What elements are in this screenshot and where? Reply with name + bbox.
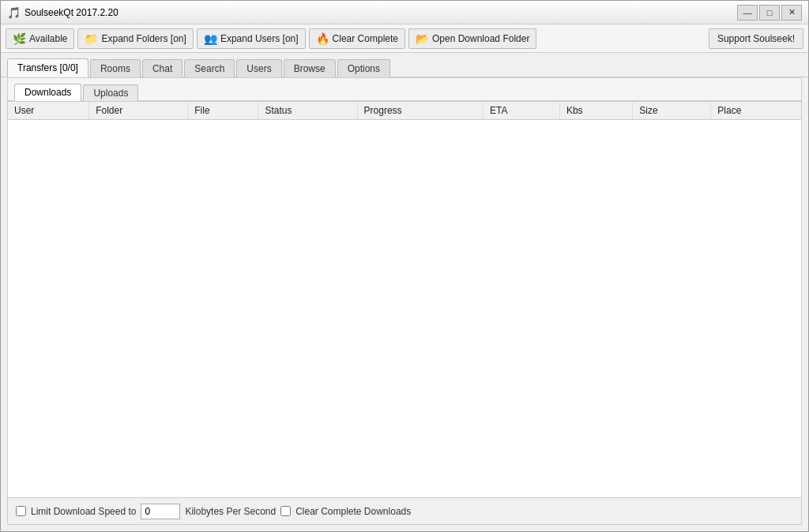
limit-speed-checkbox[interactable] (16, 506, 26, 516)
tab-chat[interactable]: Chat (142, 59, 182, 77)
expand-users-icon: 👥 (204, 32, 217, 45)
expand-users-button[interactable]: 👥 Expand Users [on] (197, 28, 306, 49)
transfers-table-area: User Folder File Status Progress ETA Kbs… (8, 101, 801, 497)
col-status: Status (258, 102, 357, 120)
clear-complete-label: Clear Complete (333, 33, 398, 44)
col-place: Place (711, 102, 801, 120)
available-icon: 🌿 (13, 32, 26, 45)
speed-input-wrap: 0 (141, 504, 180, 519)
content-area: Downloads Uploads User Folder File Statu… (7, 77, 802, 525)
limit-speed-label: Limit Download Speed to (31, 506, 136, 517)
open-download-folder-label: Open Download Folder (432, 33, 529, 44)
col-folder: Folder (89, 102, 188, 120)
expand-folders-icon: 📁 (85, 32, 98, 45)
speed-unit-label: Kilobytes Per Second (185, 506, 276, 517)
maximize-button[interactable]: □ (759, 5, 780, 21)
bottom-bar: Limit Download Speed to 0 Kilobytes Per … (8, 497, 801, 524)
tab-rooms[interactable]: Rooms (90, 59, 141, 77)
open-folder-icon: 📂 (416, 32, 429, 45)
clear-complete-button[interactable]: 🔥 Clear Complete (309, 28, 405, 49)
window-title: SoulseekQt 2017.2.20 (24, 7, 119, 18)
available-button[interactable]: 🌿 Available (6, 28, 74, 49)
tab-options[interactable]: Options (337, 59, 390, 77)
main-tab-bar: Transfers [0/0] Rooms Chat Search Users … (1, 53, 808, 77)
table-header-row: User Folder File Status Progress ETA Kbs… (8, 102, 801, 120)
minimize-button[interactable]: — (737, 5, 758, 21)
app-icon: 🎵 (7, 6, 20, 19)
clear-complete-icon: 🔥 (316, 32, 329, 45)
col-eta: ETA (484, 102, 560, 120)
expand-users-label: Expand Users [on] (220, 33, 299, 44)
title-bar: 🎵 SoulseekQt 2017.2.20 — □ ✕ (1, 1, 808, 24)
window-controls: — □ ✕ (737, 5, 802, 21)
transfers-table: User Folder File Status Progress ETA Kbs… (8, 102, 801, 120)
expand-folders-label: Expand Folders [on] (101, 33, 186, 44)
col-size: Size (633, 102, 711, 120)
speed-input[interactable]: 0 (141, 504, 180, 519)
title-bar-left: 🎵 SoulseekQt 2017.2.20 (7, 6, 119, 19)
clear-complete-downloads-label: Clear Complete Downloads (295, 506, 411, 517)
tab-uploads[interactable]: Uploads (83, 84, 138, 101)
open-download-folder-button[interactable]: 📂 Open Download Folder (408, 28, 536, 49)
available-label: Available (29, 33, 67, 44)
tab-browse[interactable]: Browse (284, 59, 336, 77)
tab-transfers[interactable]: Transfers [0/0] (7, 58, 88, 77)
tab-users[interactable]: Users (236, 59, 281, 77)
support-button[interactable]: Support Soulseek! (709, 28, 803, 49)
clear-complete-checkbox[interactable] (280, 506, 291, 516)
close-button[interactable]: ✕ (781, 5, 802, 21)
toolbar: 🌿 Available 📁 Expand Folders [on] 👥 Expa… (1, 24, 808, 53)
col-file: File (188, 102, 258, 120)
col-kbs: Kbs (559, 102, 632, 120)
expand-folders-button[interactable]: 📁 Expand Folders [on] (77, 28, 193, 49)
main-window: 🎵 SoulseekQt 2017.2.20 — □ ✕ 🌿 Available… (0, 0, 809, 532)
tab-downloads[interactable]: Downloads (14, 84, 81, 101)
col-progress: Progress (357, 102, 484, 120)
col-user: User (8, 102, 89, 120)
tab-search[interactable]: Search (184, 59, 235, 77)
sub-tab-bar: Downloads Uploads (8, 78, 801, 101)
